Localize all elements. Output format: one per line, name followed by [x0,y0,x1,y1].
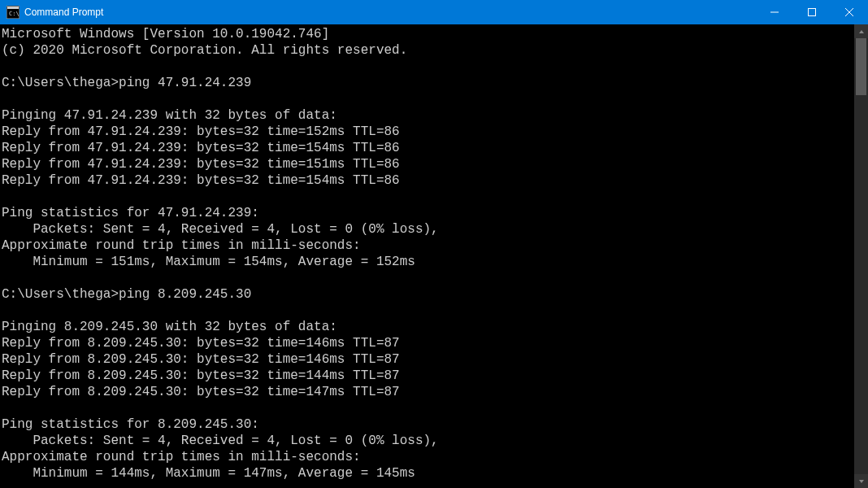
terminal-line: Ping statistics for 8.209.245.30: [2,416,853,433]
terminal-line [2,59,853,75]
minimize-button[interactable] [756,0,793,24]
terminal-line: C:\Users\thega>ping 8.209.245.30 [2,286,853,303]
terminal-line: Reply from 47.91.24.239: bytes=32 time=1… [2,140,853,156]
client-area: Microsoft Windows [Version 10.0.19042.74… [0,24,868,488]
svg-rect-3 [809,9,816,16]
scroll-down-arrow-icon[interactable] [854,474,868,488]
terminal-line [2,400,853,416]
terminal-line: Minimum = 144ms, Maximum = 147ms, Averag… [2,465,853,481]
window-controls [756,0,868,24]
terminal-line: Packets: Sent = 4, Received = 4, Lost = … [2,221,853,237]
terminal-line [2,481,853,488]
terminal-line: Microsoft Windows [Version 10.0.19042.74… [2,26,853,42]
terminal-line [2,189,853,205]
terminal-line: Reply from 8.209.245.30: bytes=32 time=1… [2,384,853,400]
close-button[interactable] [831,0,868,24]
terminal-line [2,91,853,107]
terminal-line: Reply from 47.91.24.239: bytes=32 time=1… [2,172,853,189]
svg-text:C:\: C:\ [9,11,20,17]
terminal-line: Reply from 8.209.245.30: bytes=32 time=1… [2,368,853,384]
scrollbar-thumb[interactable] [856,38,866,95]
terminal-line: (c) 2020 Microsoft Corporation. All righ… [2,42,853,59]
vertical-scrollbar[interactable] [854,24,868,488]
terminal-line: Pinging 8.209.245.30 with 32 bytes of da… [2,319,853,335]
terminal-line: Pinging 47.91.24.239 with 32 bytes of da… [2,107,853,124]
titlebar[interactable]: C:\ Command Prompt [0,0,868,24]
scrollbar-track[interactable] [854,38,868,474]
terminal-line: Approximate round trip times in milli-se… [2,237,853,254]
terminal-line: C:\Users\thega>ping 47.91.24.239 [2,75,853,91]
terminal-line: Reply from 47.91.24.239: bytes=32 time=1… [2,156,853,172]
terminal-line: Approximate round trip times in milli-se… [2,449,853,465]
terminal-output[interactable]: Microsoft Windows [Version 10.0.19042.74… [0,24,854,488]
terminal-line [2,303,853,319]
terminal-line: Reply from 8.209.245.30: bytes=32 time=1… [2,335,853,351]
terminal-line: Ping statistics for 47.91.24.239: [2,205,853,221]
terminal-line [2,270,853,286]
app-icon: C:\ [7,6,20,19]
terminal-line: Packets: Sent = 4, Received = 4, Lost = … [2,433,853,449]
terminal-line: Minimum = 151ms, Maximum = 154ms, Averag… [2,254,853,270]
maximize-button[interactable] [793,0,831,24]
terminal-line: Reply from 8.209.245.30: bytes=32 time=1… [2,351,853,368]
window-title: Command Prompt [24,7,756,18]
terminal-line: Reply from 47.91.24.239: bytes=32 time=1… [2,124,853,140]
svg-rect-1 [7,7,19,9]
scroll-up-arrow-icon[interactable] [854,24,868,38]
